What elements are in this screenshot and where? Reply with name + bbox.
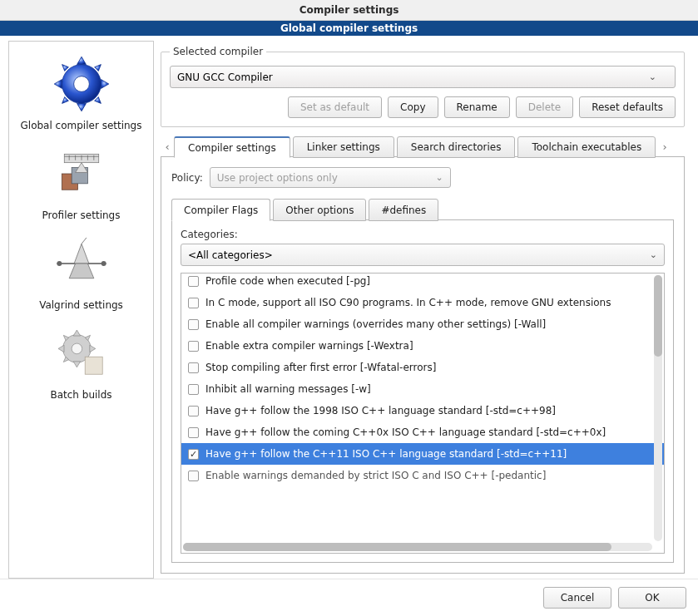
categories-combobox[interactable]: <All categories> ⌄ — [181, 244, 665, 266]
flag-row[interactable]: In C mode, support all ISO C90 programs.… — [181, 292, 664, 313]
flag-label: Enable warnings demanded by strict ISO C… — [205, 470, 546, 481]
categories-label: Categories: — [181, 229, 665, 240]
tab-search-directories[interactable]: Search directories — [397, 136, 516, 158]
rename-button[interactable]: Rename — [444, 96, 510, 118]
svg-rect-19 — [85, 357, 102, 374]
flags-listbox: Profile code when executed [-pg] In C mo… — [181, 273, 665, 554]
svg-line-16 — [82, 238, 87, 244]
sidebar-item-label: Global compiler settings — [21, 120, 142, 131]
sidebar-item-valgrind[interactable]: Valgrind settings — [12, 226, 150, 314]
chevron-down-icon: ⌄ — [650, 249, 657, 260]
flag-label: Have g++ follow the 1998 ISO C++ languag… — [205, 405, 556, 416]
policy-row: Policy: Use project options only ⌄ — [171, 167, 674, 188]
policy-value: Use project options only — [217, 172, 338, 184]
tab-scroll-left[interactable]: ‹ — [161, 136, 174, 157]
svg-point-18 — [72, 343, 82, 354]
dialog-body: Global compiler settings Profiler settin… — [0, 36, 698, 579]
gear-icon — [43, 50, 120, 118]
flag-label: Inhibit all warning messages [-w] — [205, 383, 371, 395]
flag-row[interactable]: Enable all compiler warnings (overrides … — [181, 313, 664, 335]
subtab-defines[interactable]: #defines — [369, 199, 438, 221]
checkbox[interactable] — [188, 362, 199, 373]
svg-marker-12 — [74, 244, 89, 264]
cancel-button[interactable]: Cancel — [543, 587, 611, 609]
tab-linker-settings[interactable]: Linker settings — [293, 136, 394, 158]
svg-point-14 — [101, 261, 106, 266]
policy-combobox[interactable]: Use project options only ⌄ — [210, 167, 451, 188]
chevron-down-icon: ⌄ — [435, 172, 443, 183]
scrollbar-thumb[interactable] — [654, 275, 662, 357]
checkbox[interactable] — [188, 427, 199, 438]
flag-label: In C mode, support all ISO C90 programs.… — [205, 297, 611, 308]
tab-toolchain-executables[interactable]: Toolchain executables — [517, 136, 656, 158]
checkbox[interactable] — [188, 298, 199, 308]
flag-row[interactable]: Stop compiling after first error [-Wfata… — [181, 357, 664, 378]
window-title: Compiler settings — [299, 4, 399, 16]
sidebar-item-batch[interactable]: Batch builds — [12, 316, 150, 404]
categories-value: <All categories> — [188, 249, 273, 261]
policy-label: Policy: — [171, 172, 203, 184]
sidebar-item-label: Profiler settings — [42, 209, 121, 221]
copy-button[interactable]: Copy — [388, 96, 438, 118]
dialog-footer: Cancel OK — [0, 579, 698, 616]
compiler-settings-panel: Policy: Use project options only ⌄ Compi… — [161, 156, 685, 574]
subtabstrip: Compiler Flags Other options #defines — [171, 198, 674, 220]
flag-row[interactable]: Enable warnings demanded by strict ISO C… — [181, 465, 664, 486]
window-title-bar: Compiler settings — [0, 0, 698, 21]
svg-marker-13 — [69, 264, 94, 278]
flag-row[interactable]: Enable extra compiler warnings [-Wextra] — [181, 335, 664, 357]
flag-label: Profile code when executed [-pg] — [205, 275, 370, 287]
tab-scroll-right[interactable]: › — [658, 136, 671, 157]
page-banner: Global compiler settings — [0, 21, 698, 36]
flag-row[interactable]: Have g++ follow the coming C++0x ISO C++… — [181, 421, 664, 443]
main-panel: Selected compiler GNU GCC Compiler ⌄ Set… — [154, 41, 690, 579]
horizontal-scrollbar[interactable] — [183, 543, 652, 551]
sidebar-item-global-compiler[interactable]: Global compiler settings — [12, 47, 150, 135]
flags-scroll[interactable]: Profile code when executed [-pg] In C mo… — [181, 274, 664, 553]
compiler-buttons-row: Set as default Copy Rename Delete Reset … — [170, 96, 676, 118]
svg-point-15 — [57, 261, 62, 266]
checkbox[interactable] — [188, 319, 199, 330]
sidebar-item-label: Batch builds — [50, 389, 111, 401]
flag-label: Enable all compiler warnings (overrides … — [205, 318, 546, 330]
sidebar: Global compiler settings Profiler settin… — [8, 41, 154, 579]
main-tabs: ‹ Compiler settings Linker settings Sear… — [161, 134, 685, 574]
selected-compiler-group: Selected compiler GNU GCC Compiler ⌄ Set… — [161, 46, 685, 127]
sidebar-item-profiler[interactable]: Profiler settings — [12, 136, 150, 224]
flag-label: Enable extra compiler warnings [-Wextra] — [205, 340, 413, 352]
tab-compiler-settings[interactable]: Compiler settings — [174, 136, 290, 158]
scrollbar-thumb[interactable] — [183, 543, 611, 551]
chevron-down-icon: ⌄ — [649, 71, 656, 82]
flag-label: Have g++ follow the coming C++0x ISO C++… — [205, 426, 606, 438]
delete-button: Delete — [516, 96, 573, 118]
tabstrip: ‹ Compiler settings Linker settings Sear… — [161, 134, 685, 157]
valgrind-icon — [43, 229, 120, 298]
checkbox[interactable] — [188, 384, 199, 395]
checkbox[interactable] — [188, 471, 199, 481]
flag-label: Stop compiling after first error [-Wfata… — [205, 362, 436, 373]
checkbox[interactable] — [188, 449, 199, 460]
compiler-value: GNU GCC Compiler — [177, 71, 273, 83]
flag-row[interactable]: Profile code when executed [-pg] — [181, 274, 664, 292]
batch-icon — [43, 319, 120, 387]
checkbox[interactable] — [188, 341, 199, 352]
selected-compiler-legend: Selected compiler — [170, 46, 266, 57]
checkbox[interactable] — [188, 406, 199, 416]
ok-button[interactable]: OK — [618, 587, 686, 609]
svg-point-1 — [73, 76, 89, 92]
set-default-button: Set as default — [288, 96, 382, 118]
compiler-flags-panel: Categories: <All categories> ⌄ Profile c… — [171, 219, 674, 563]
flag-row[interactable]: Inhibit all warning messages [-w] — [181, 378, 664, 400]
flag-row[interactable]: Have g++ follow the 1998 ISO C++ languag… — [181, 400, 664, 421]
banner-title: Global compiler settings — [280, 22, 418, 34]
compiler-combobox[interactable]: GNU GCC Compiler ⌄ — [170, 66, 676, 88]
profiler-icon — [43, 140, 120, 208]
vertical-scrollbar[interactable] — [654, 275, 662, 541]
flag-label: Have g++ follow the C++11 ISO C++ langua… — [205, 448, 567, 460]
flag-row[interactable]: Have g++ follow the C++11 ISO C++ langua… — [181, 443, 664, 465]
reset-defaults-button[interactable]: Reset defaults — [579, 96, 676, 118]
sidebar-item-label: Valgrind settings — [39, 299, 123, 311]
subtab-compiler-flags[interactable]: Compiler Flags — [171, 199, 270, 221]
checkbox[interactable] — [188, 276, 199, 287]
subtab-other-options[interactable]: Other options — [273, 199, 366, 221]
